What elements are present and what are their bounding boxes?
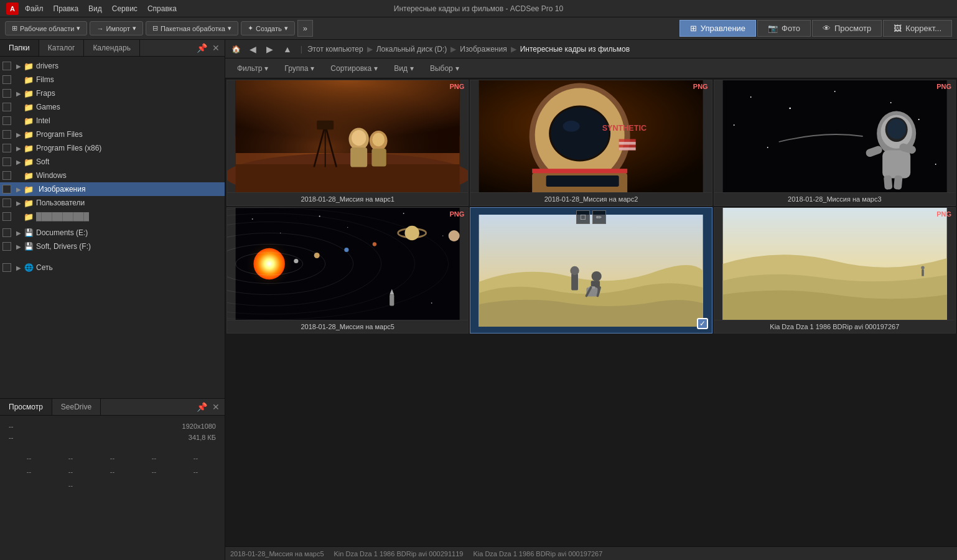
tree-expander-soft[interactable]: ▶ <box>14 157 24 167</box>
menu-view[interactable]: Вид <box>88 4 102 13</box>
tree-item-films[interactable]: 📁 Films <box>0 73 225 86</box>
tree-expander-windows[interactable] <box>14 170 24 180</box>
breadcrumb-disk[interactable]: Локальный диск (D:) <box>376 45 447 54</box>
tree-item-network[interactable]: ▶ 🌐 Сеть <box>0 261 225 274</box>
tree-checkbox-films[interactable] <box>2 75 11 84</box>
thumbnail-grid[interactable]: PNG <box>225 78 957 546</box>
folder-icon-program-files-x86: 📁 <box>24 143 34 153</box>
tree-checkbox-docs-e[interactable] <box>2 228 11 237</box>
svg-rect-71 <box>390 295 394 306</box>
thumb-cell-3[interactable]: PNG <box>226 207 469 334</box>
filter-button[interactable]: Фильтр ▾ <box>230 62 275 75</box>
tree-expander-users[interactable]: ▶ <box>14 198 24 208</box>
thumb-edit-icon[interactable]: ✏ <box>592 210 606 224</box>
tab-catalog[interactable]: Каталог <box>39 40 85 56</box>
tree-item-intel[interactable]: 📁 Intel <box>0 114 225 128</box>
home-icon[interactable]: 🏠 <box>231 45 241 54</box>
thumb-cell-2[interactable]: PNG <box>714 80 956 206</box>
thumb-cell-1[interactable]: PNG <box>470 80 712 206</box>
sort-button[interactable]: Сортировка ▾ <box>324 62 385 75</box>
mode-correct-button[interactable]: 🖼 Коррект... <box>883 20 952 37</box>
thumb-cell-4[interactable]: ☐ ✏ <box>470 207 712 334</box>
svg-point-64 <box>294 259 298 263</box>
up-button[interactable]: ▲ <box>279 43 296 55</box>
menu-file[interactable]: Файл <box>25 4 44 13</box>
tree-expander-network[interactable]: ▶ <box>14 263 24 273</box>
svg-point-20 <box>551 107 609 160</box>
tree-expander-images[interactable]: ▶ <box>14 184 24 194</box>
tree-checkbox-users[interactable] <box>2 198 11 207</box>
menu-edit[interactable]: Правка <box>54 4 79 13</box>
tree-checkbox-fraps[interactable] <box>2 89 11 98</box>
import-button[interactable]: → Импорт ▾ <box>90 21 142 35</box>
tree-item-program-files-x86[interactable]: ▶ 📁 Program Files (x86) <box>0 141 225 155</box>
tree-expander-hidden[interactable] <box>14 212 24 222</box>
more-button[interactable]: » <box>297 20 313 37</box>
folder-tree[interactable]: ▶ 📁 drivers 📁 Films ▶ 📁 Fraps 📁 Ga <box>0 57 225 398</box>
tree-item-soft-f[interactable]: ▶ 💾 Soft, Drivers (F:) <box>0 240 225 253</box>
back-button[interactable]: ◀ <box>246 43 260 55</box>
tab-seedrive[interactable]: SeeDrive <box>52 399 101 415</box>
breadcrumb-images[interactable]: Изображения <box>460 45 507 54</box>
tree-checkbox-windows[interactable] <box>2 171 11 180</box>
tree-expander-intel[interactable] <box>14 116 24 126</box>
tree-checkbox-hidden[interactable] <box>2 212 11 221</box>
thumb-rect-icon[interactable]: ☐ <box>576 210 590 224</box>
tree-item-games[interactable]: 📁 Games <box>0 100 225 114</box>
tree-item-program-files[interactable]: ▶ 📁 Program Files <box>0 128 225 141</box>
mode-photo-button[interactable]: 📷 Фото <box>757 20 811 37</box>
tree-checkbox-games[interactable] <box>2 103 11 111</box>
preview-close-button[interactable]: ✕ <box>211 401 221 413</box>
tree-expander-drivers[interactable]: ▶ <box>14 61 24 71</box>
tree-expander-program-files[interactable]: ▶ <box>14 129 24 139</box>
preview-pin-button[interactable]: 📌 <box>195 401 208 413</box>
tree-item-fraps[interactable]: ▶ 📁 Fraps <box>0 86 225 100</box>
tree-checkbox-network[interactable] <box>2 263 11 272</box>
tree-item-docs-e[interactable]: ▶ 💾 Documents (E:) <box>0 226 225 240</box>
folder-icon-intel: 📁 <box>24 116 34 126</box>
workspaces-button[interactable]: ⊞ Рабочие области ▾ <box>5 21 87 35</box>
tree-checkbox-drivers[interactable] <box>2 62 11 70</box>
pin-button[interactable]: 📌 <box>195 42 208 54</box>
breadcrumb-current[interactable]: Интересные кадры из фильмов <box>520 45 630 54</box>
view-button[interactable]: Вид ▾ <box>387 62 421 75</box>
breadcrumb-computer[interactable]: Этот компьютер <box>307 45 363 54</box>
tree-expander-fraps[interactable]: ▶ <box>14 88 24 98</box>
close-panel-button[interactable]: ✕ <box>211 42 221 54</box>
mode-preview-button[interactable]: 👁 Просмотр <box>812 20 882 37</box>
batch-button[interactable]: ⊟ Пакетная обработка ▾ <box>146 21 238 35</box>
tree-checkbox-images[interactable] <box>2 185 11 194</box>
tree-checkbox-program-files[interactable] <box>2 130 11 139</box>
forward-button[interactable]: ▶ <box>263 43 277 55</box>
menu-bar[interactable]: Файл Правка Вид Сервис Справка <box>25 4 177 13</box>
tree-item-windows[interactable]: 📁 Windows <box>0 169 225 182</box>
mode-manage-button[interactable]: ⊞ Управление <box>679 20 756 37</box>
tree-checkbox-soft-f[interactable] <box>2 242 11 251</box>
tree-expander-games[interactable] <box>14 102 24 112</box>
tree-checkbox-intel[interactable] <box>2 116 11 125</box>
tree-checkbox-soft[interactable] <box>2 157 11 166</box>
thumb-cell-5[interactable]: PNG <box>714 207 956 334</box>
thumb-overlay-4[interactable]: ☐ ✏ <box>576 210 606 224</box>
tree-checkbox-program-files-x86[interactable] <box>2 144 11 152</box>
create-button[interactable]: ✦ Создать ▾ <box>241 21 295 35</box>
tree-item-hidden[interactable]: 📁 ██████████ <box>0 210 225 223</box>
tree-expander-program-files-x86[interactable]: ▶ <box>14 143 24 153</box>
tab-calendar[interactable]: Календарь <box>84 40 140 56</box>
tree-expander-soft-f[interactable]: ▶ <box>14 241 24 251</box>
menu-help[interactable]: Справка <box>147 4 177 13</box>
tree-item-users[interactable]: ▶ 📁 Пользователи <box>0 196 225 210</box>
create-dropdown-icon: ▾ <box>284 24 288 32</box>
select-button[interactable]: Выбор ▾ <box>423 62 466 75</box>
tab-preview[interactable]: Просмотр <box>0 399 52 415</box>
tree-item-images[interactable]: ▶ 📁 Изображения <box>0 182 225 196</box>
group-button[interactable]: Группа ▾ <box>278 62 321 75</box>
tree-item-soft[interactable]: ▶ 📁 Soft <box>0 155 225 169</box>
tab-folders[interactable]: Папки <box>0 40 39 56</box>
tree-expander-films[interactable] <box>14 75 24 85</box>
breadcrumb-arrow-2: ▶ <box>511 45 516 54</box>
menu-service[interactable]: Сервис <box>112 4 138 13</box>
tree-item-drivers[interactable]: ▶ 📁 drivers <box>0 59 225 73</box>
tree-expander-docs-e[interactable]: ▶ <box>14 228 24 238</box>
thumb-cell-0[interactable]: PNG <box>226 80 469 206</box>
